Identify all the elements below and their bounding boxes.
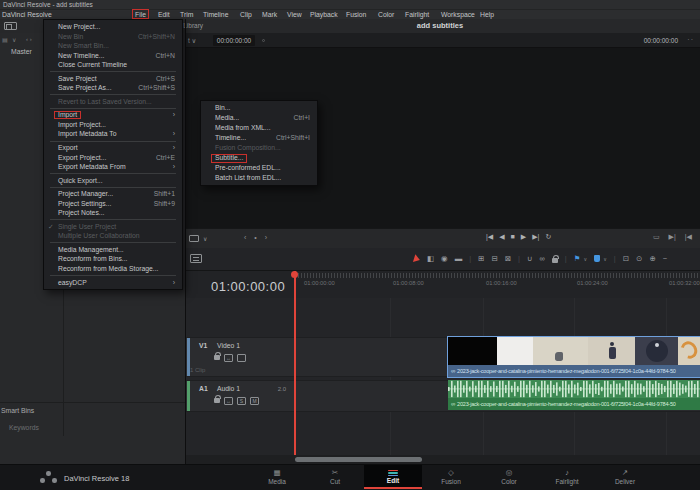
custom-zoom-button[interactable]: ⊕ [649, 254, 655, 263]
overwrite-clip-button[interactable]: ⊟ [491, 254, 497, 263]
insert-clip-button[interactable]: ⊞ [478, 254, 484, 263]
menu-item-media-management[interactable]: Media Management... [44, 245, 182, 255]
menu-item-new-project[interactable]: New Project... [44, 22, 182, 32]
loop-range-icon[interactable]: ▭ [653, 233, 660, 241]
linked-selection-button[interactable]: ∞ [539, 254, 544, 263]
bin-view-chevron-icon[interactable]: ∨ [12, 36, 16, 43]
razor-tool[interactable]: ▬ [455, 254, 463, 263]
position-lock-button[interactable] [552, 258, 558, 263]
audio-clip[interactable]: ∞2023-jack-cooper-and-catalina-pimiento-… [448, 380, 700, 410]
menu-item-export-project[interactable]: Export Project...Ctrl+E [44, 153, 182, 163]
smart-bins-label[interactable]: Smart Bins [1, 407, 34, 414]
menu-item-quick-export[interactable]: Quick Export... [44, 176, 182, 186]
menu-item-project-settings[interactable]: Project Settings...Shift+9 [44, 199, 182, 209]
flag-chevron-icon[interactable]: ∨ [583, 256, 587, 262]
page-tab-media[interactable]: ▦Media [248, 465, 306, 489]
detail-zoom-button[interactable]: ⊙ [636, 254, 642, 263]
previous-clip-button[interactable]: |◀ [486, 233, 493, 241]
mp-sort-icon[interactable]: ‹ › [26, 36, 32, 42]
submenu-item-timeline[interactable]: Timeline...Ctrl+Shift+I [201, 133, 317, 143]
mute-button[interactable]: M [250, 397, 259, 405]
library-button-label[interactable]: l Library [180, 22, 203, 29]
video-clip[interactable]: ∞2023-jack-cooper-and-catalina-pimiento-… [448, 337, 700, 377]
menu-item-project-notes[interactable]: Project Notes... [44, 208, 182, 218]
solo-button[interactable]: S [237, 397, 246, 405]
page-tab-color[interactable]: ◎Color [480, 465, 538, 489]
menubar-item-color[interactable]: Color [378, 10, 394, 19]
menubar-item-file[interactable]: File [135, 10, 146, 19]
page-tab-deliver[interactable]: ↗Deliver [596, 465, 654, 489]
menu-item-reconform-from-bins[interactable]: Reconform from Bins... [44, 254, 182, 264]
full-extent-zoom-button[interactable]: ⊡ [623, 254, 629, 263]
playhead-handle[interactable] [291, 271, 298, 278]
menubar-item-clip[interactable]: Clip [240, 10, 252, 19]
menu-item-import[interactable]: Import› [44, 110, 182, 120]
next-clip-button[interactable]: ▶| [532, 233, 539, 241]
menubar-item-help[interactable]: Help [480, 10, 494, 19]
play-reverse-button[interactable]: ◀ [499, 233, 504, 241]
menu-item-save-project[interactable]: Save ProjectCtrl+S [44, 74, 182, 84]
track-enable-icon[interactable] [237, 354, 246, 362]
audio-track-header[interactable]: A1 Audio 1 2.0 ↔ S M [186, 381, 294, 411]
menu-item-export-metadata-from[interactable]: Export Metadata From› [44, 162, 182, 172]
menubar-item-workspace[interactable]: Workspace [441, 10, 475, 19]
zoom-slider[interactable]: − [663, 254, 667, 263]
page-tab-cut[interactable]: ✂Cut [306, 465, 364, 489]
page-tab-fairlight[interactable]: ♪Fairlight [538, 465, 596, 489]
page-tab-edit[interactable]: Edit [364, 465, 422, 489]
selection-mode-tool[interactable] [413, 254, 421, 263]
auto-select-icon[interactable]: ↔ [224, 354, 233, 362]
dynamic-trim-tool[interactable]: ◉ [441, 254, 448, 263]
auto-select-icon[interactable]: ↔ [224, 397, 233, 405]
snapping-button[interactable]: ∪ [527, 254, 533, 263]
menubar-item-playback[interactable]: Playback [310, 10, 338, 19]
media-pool-icon[interactable] [4, 22, 17, 30]
loop-button[interactable]: ↻ [545, 233, 551, 241]
keywords-item[interactable]: Keywords [9, 424, 39, 431]
replace-clip-button[interactable]: ⊠ [505, 254, 511, 263]
stop-button[interactable]: ■ [511, 233, 515, 241]
menubar-item-fairlight[interactable]: Fairlight [405, 10, 429, 19]
menubar-item-fusion[interactable]: Fusion [346, 10, 366, 19]
jog-control[interactable]: ‹ • › [244, 234, 270, 241]
menu-item-import-metadata-to[interactable]: Import Metadata To› [44, 129, 182, 139]
timeline-select-chevron-icon[interactable]: ∨ [203, 235, 207, 242]
menubar-item-edit[interactable]: Edit [158, 10, 170, 19]
submenu-item-pre-conformed-edl[interactable]: Pre-conformed EDL... [201, 163, 317, 173]
timeline-select-icon[interactable] [189, 235, 199, 242]
goto-start-icon[interactable]: |◀ [685, 233, 692, 241]
menu-item-reconform-from-media-storage[interactable]: Reconform from Media Storage... [44, 264, 182, 274]
submenu-item-bin[interactable]: Bin... [201, 103, 317, 113]
menubar-item-view[interactable]: View [287, 10, 302, 19]
menu-item-new-timeline[interactable]: New Timeline...Ctrl+N [44, 51, 182, 61]
menu-item-export[interactable]: Export› [44, 143, 182, 153]
track-lock-icon[interactable] [214, 398, 220, 403]
submenu-item-media[interactable]: Media...Ctrl+I [201, 113, 317, 123]
timeline-options-icon[interactable] [190, 254, 202, 263]
video-track-header[interactable]: V1 Video 1 ↔ 1 Clip [186, 338, 294, 376]
bin-master[interactable]: Master [11, 48, 32, 55]
submenu-item-subtitle[interactable]: Subtitle... [201, 153, 317, 163]
marker-button[interactable] [594, 255, 600, 262]
timeline-ruler[interactable]: 01:00:00:00 01:00:00:0001:00:08:0001:00:… [186, 270, 700, 298]
submenu-item-batch-list-from-edl[interactable]: Batch List from EDL... [201, 173, 317, 183]
trim-edit-tool[interactable]: ◧ [427, 254, 434, 263]
flag-button[interactable]: ⚑ [574, 254, 581, 263]
submenu-item-media-from-xml[interactable]: Media from XML... [201, 123, 317, 133]
marker-chevron-icon[interactable]: ∨ [603, 256, 607, 262]
menu-item-close-current-timeline[interactable]: Close Current Timeline [44, 60, 182, 70]
menu-item-import-project[interactable]: Import Project... [44, 120, 182, 130]
goto-end-icon[interactable]: ▶| [669, 233, 676, 241]
menubar-item-davinci-resolve[interactable]: DaVinci Resolve [2, 10, 52, 19]
menu-item-project-manager[interactable]: Project Manager...Shift+1 [44, 189, 182, 199]
menu-item-save-project-as[interactable]: Save Project As...Ctrl+Shift+S [44, 83, 182, 93]
bin-view-icon[interactable]: ▤ [2, 36, 8, 43]
menubar-item-trim[interactable]: Trim [180, 10, 193, 19]
menu-item-easydcp[interactable]: easyDCP› [44, 278, 182, 288]
play-button[interactable]: ▶ [521, 233, 526, 241]
playhead[interactable] [294, 271, 296, 455]
viewer-zoom-dropdown[interactable]: t ∨ [188, 37, 196, 45]
menubar-item-timeline[interactable]: Timeline [203, 10, 228, 19]
horizontal-scrollbar[interactable] [295, 457, 422, 462]
track-lock-icon[interactable] [214, 355, 220, 360]
